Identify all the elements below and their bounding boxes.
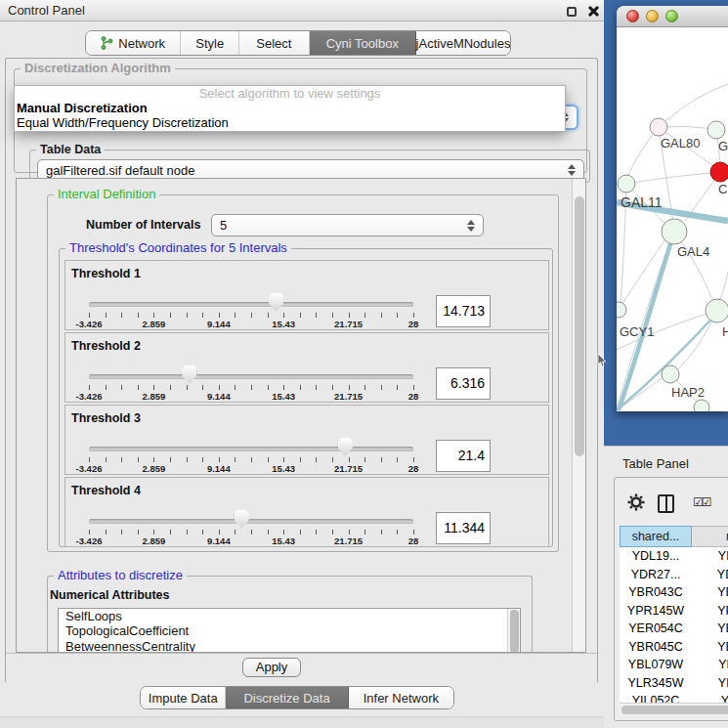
- number-of-intervals-spinner[interactable]: 5: [211, 214, 484, 236]
- table-cell[interactable]: YIL0: [692, 692, 728, 703]
- table-cell[interactable]: YDR27...: [620, 566, 692, 584]
- main-scrollbar[interactable]: [572, 179, 585, 652]
- tick-mark: [89, 313, 90, 318]
- gear-icon[interactable]: [627, 493, 645, 511]
- tab-impute-data[interactable]: Impute Data: [141, 687, 226, 708]
- network-node-gal4[interactable]: [662, 219, 687, 244]
- tick-mark: [332, 530, 333, 535]
- tick-label: 28: [408, 391, 419, 402]
- table-row[interactable]: YIL052CYIL0: [620, 692, 728, 703]
- threshold-3-slider-thumb[interactable]: [338, 438, 353, 456]
- split-columns-icon[interactable]: [658, 494, 674, 513]
- table-cell[interactable]: YDL19...: [620, 547, 692, 566]
- network-node-c[interactable]: [710, 162, 728, 182]
- threshold-2-value-field[interactable]: 6.316: [436, 367, 491, 400]
- popup-item-equal-width-frequency[interactable]: Equal Width/Frequency Discretization: [15, 115, 565, 130]
- tab-infer-network[interactable]: Infer Network: [349, 687, 453, 708]
- list-scrollbar[interactable]: [507, 609, 520, 653]
- threshold-2-slider-thumb[interactable]: [182, 365, 196, 384]
- table-row[interactable]: YPR145WYPR1: [620, 602, 728, 621]
- float-window-icon[interactable]: [567, 7, 577, 17]
- popup-item-manual-discretization[interactable]: Manual Discretization: [15, 101, 565, 115]
- network-node-gal11[interactable]: [618, 175, 635, 193]
- table-horizontal-scrollbar[interactable]: [620, 703, 728, 716]
- table-cell[interactable]: YBR0: [692, 638, 728, 657]
- table-cell[interactable]: YBR0: [692, 583, 728, 602]
- tick-label: 21.715: [334, 319, 363, 329]
- tick-mark: [251, 457, 252, 462]
- table-row[interactable]: YDR27...YDR2: [620, 566, 728, 584]
- table-cell[interactable]: YLR3: [692, 674, 728, 693]
- scrollbar-thumb[interactable]: [621, 706, 728, 714]
- tick-mark: [397, 313, 398, 318]
- network-node-h[interactable]: [706, 299, 728, 322]
- tick-mark: [349, 313, 350, 318]
- zoom-traffic-light[interactable]: [665, 10, 678, 22]
- table-cell[interactable]: YBL0: [692, 656, 728, 674]
- threshold-4-value-field[interactable]: 11.344: [436, 512, 491, 544]
- network-window-titlebar[interactable]: [617, 6, 728, 27]
- tab-jactivemnodules[interactable]: jActiveMNodules: [416, 31, 510, 55]
- table-cell[interactable]: YER054C: [620, 620, 692, 638]
- attribute-item-topologicalcoefficient[interactable]: TopologicalCoefficient: [59, 623, 520, 638]
- apply-button[interactable]: Apply: [242, 658, 301, 677]
- threshold-2-slider-track[interactable]: [89, 374, 413, 379]
- threshold-4-slider-thumb[interactable]: [235, 510, 249, 529]
- tick-mark: [283, 313, 284, 318]
- minimize-traffic-light[interactable]: [646, 10, 659, 22]
- node-label: H: [722, 324, 728, 339]
- close-traffic-light[interactable]: [626, 10, 639, 22]
- attribute-item-betweennesscentrality[interactable]: BetweennessCentrality: [59, 639, 520, 653]
- tab-label: Impute Data: [149, 691, 218, 706]
- table-row[interactable]: YLR345WYLR3: [620, 674, 728, 693]
- tab-network[interactable]: Network: [86, 31, 181, 55]
- table-row[interactable]: YBR043CYBR0: [620, 583, 728, 602]
- table-cell[interactable]: YBR043C: [620, 583, 692, 602]
- table-cell[interactable]: YPR145W: [620, 602, 692, 621]
- table-row[interactable]: YER054CYER0: [620, 620, 728, 638]
- tick-mark: [300, 313, 301, 318]
- table-cell[interactable]: YIL052C: [620, 692, 692, 703]
- threshold-3-value-field[interactable]: 21.4: [436, 440, 491, 472]
- tick-label: -3.426: [76, 319, 103, 329]
- threshold-1-slider-thumb[interactable]: [269, 293, 283, 312]
- scrollbar-thumb[interactable]: [575, 196, 584, 456]
- threshold-3-slider-track[interactable]: [89, 447, 413, 451]
- table-cell[interactable]: YDR2: [692, 566, 728, 584]
- threshold-1-slider-track[interactable]: [89, 302, 413, 307]
- table-cell[interactable]: YBR045C: [620, 638, 692, 657]
- table-cell[interactable]: YDL1: [692, 547, 728, 566]
- table-row[interactable]: YDL19...YDL1: [620, 547, 728, 566]
- tick-mark: [153, 385, 154, 390]
- scrollbar-thumb[interactable]: [510, 610, 519, 653]
- group-title: Attributes to discretize: [54, 569, 187, 582]
- threshold-1-value-field[interactable]: 14.713: [436, 295, 491, 327]
- table-cell[interactable]: YER0: [692, 620, 728, 638]
- table-cell[interactable]: YPR1: [692, 602, 728, 621]
- tab-cyni-toolbox[interactable]: Cyni Toolbox: [310, 31, 416, 55]
- mouse-cursor: [597, 354, 607, 367]
- network-node-gal80[interactable]: [650, 118, 667, 136]
- table-row[interactable]: YBL079WYBL0: [620, 656, 728, 674]
- tick-mark: [235, 530, 236, 535]
- network-node-ga[interactable]: [707, 121, 725, 139]
- table-row[interactable]: YBR045CYBR0: [620, 638, 728, 657]
- column-header-name[interactable]: na: [692, 526, 728, 547]
- tab-select[interactable]: Select: [239, 31, 310, 55]
- network-canvas[interactable]: GAL80GACGAL11GAL4GCY1HHAP2: [617, 27, 728, 411]
- attribute-item-selfloops[interactable]: SelfLoops: [59, 609, 520, 623]
- tick-mark: [187, 385, 188, 390]
- table-cell[interactable]: YBL079W: [620, 656, 692, 674]
- tab-discretize-data[interactable]: Discretize Data: [226, 687, 348, 708]
- close-icon[interactable]: [587, 5, 599, 17]
- numerical-attributes-list[interactable]: SelfLoopsTopologicalCoefficientBetweenne…: [58, 608, 521, 653]
- table-cell[interactable]: YLR345W: [620, 674, 692, 693]
- node-label: GA: [718, 139, 728, 153]
- network-node-hap2[interactable]: [662, 365, 679, 383]
- network-node-gcy1[interactable]: [617, 302, 626, 318]
- checked-box-icons[interactable]: ☑☑: [693, 495, 710, 509]
- threshold-4-slider-track[interactable]: [89, 519, 413, 524]
- column-header-shared[interactable]: shared...: [620, 526, 692, 547]
- tab-style[interactable]: Style: [181, 31, 239, 55]
- network-node[interactable]: [694, 400, 709, 411]
